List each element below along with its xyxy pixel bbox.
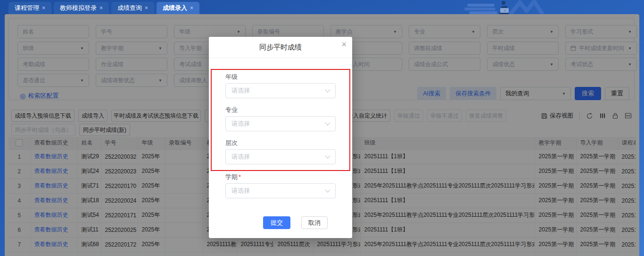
placeholder: 请选择	[231, 119, 250, 128]
chevron-down-icon	[325, 153, 330, 158]
divider	[209, 58, 352, 58]
chevron-down-icon	[325, 187, 330, 192]
dialog-level-select[interactable]: 请选择	[225, 149, 336, 164]
tab-close-icon[interactable]: ×	[145, 5, 148, 11]
tab-label: 成绩查询	[117, 4, 142, 12]
field-label-level: 层次	[225, 139, 238, 147]
sync-usual-score-dialog: 同步平时成绩 × 年级 请选择 专业 请选择 层次 请选择 学期* 请选择 提交…	[209, 37, 352, 238]
tab-label: 成绩录入	[163, 4, 187, 12]
chevron-down-icon	[325, 87, 330, 92]
dialog-title: 同步平时成绩	[209, 43, 352, 52]
required-asterisk: *	[239, 173, 241, 180]
placeholder: 请选择	[231, 86, 250, 95]
dialog-grade-select[interactable]: 请选择	[225, 83, 336, 98]
tab-bar: 课程管理 × 教师模拟登录 × 成绩查询 × 成绩录入 ×	[8, 2, 199, 14]
submit-button[interactable]: 提交	[263, 216, 290, 229]
field-label-major: 专业	[225, 106, 238, 114]
tab-teacher-simulated-login[interactable]: 教师模拟登录 ×	[54, 2, 109, 14]
submit-label: 提交	[271, 219, 283, 227]
header-illustration	[464, 0, 549, 14]
tab-close-icon[interactable]: ×	[190, 5, 193, 11]
top-bar: 课程管理 × 教师模拟登录 × 成绩查询 × 成绩录入 ×	[0, 0, 644, 14]
close-icon[interactable]: ×	[341, 40, 347, 49]
tab-score-query[interactable]: 成绩查询 ×	[111, 2, 154, 14]
dialog-major-select[interactable]: 请选择	[225, 116, 336, 131]
tab-label: 课程管理	[15, 4, 39, 12]
tab-close-icon[interactable]: ×	[42, 5, 45, 11]
dialog-term-select[interactable]: 请选择	[225, 183, 336, 198]
tab-label: 教师模拟登录	[60, 4, 97, 12]
tab-course-management[interactable]: 课程管理 ×	[8, 2, 51, 14]
cancel-label: 取消	[308, 219, 321, 227]
field-label-term: 学期*	[225, 173, 241, 181]
placeholder: 请选择	[231, 153, 250, 161]
app-window: 课程管理 × 教师模拟登录 × 成绩查询 × 成绩录入 × 姓名 学号 年级▼	[0, 0, 644, 256]
placeholder: 请选择	[231, 187, 250, 195]
cancel-button[interactable]: 取消	[301, 216, 328, 229]
chevron-down-icon	[325, 120, 330, 125]
tab-close-icon[interactable]: ×	[99, 5, 103, 11]
field-label-grade: 年级	[225, 73, 238, 81]
tab-score-entry-active[interactable]: 成绩录入 ×	[157, 2, 199, 14]
